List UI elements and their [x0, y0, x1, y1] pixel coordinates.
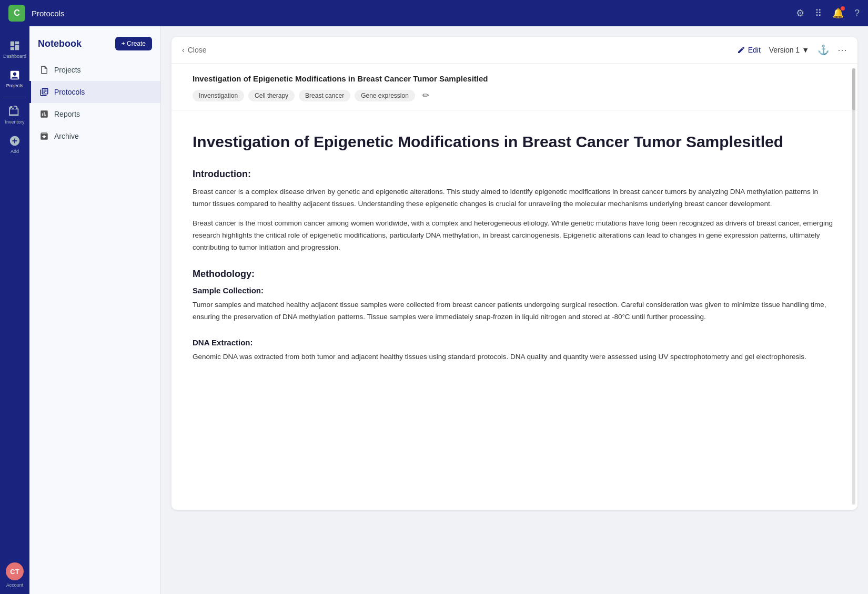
- toolbar-right: Edit Version 1 ▼ ⚓ ⋯: [737, 44, 847, 56]
- doc-toolbar: ‹ Close Edit Version 1 ▼ ⚓ ⋯: [171, 37, 857, 64]
- nav-item-reports[interactable]: Reports: [29, 103, 160, 125]
- version-label: Version 1: [769, 46, 800, 54]
- left-sidebar: Dashboard Projects Inventory Add CT Acco…: [0, 26, 29, 594]
- version-selector[interactable]: Version 1 ▼: [769, 46, 809, 54]
- tag-gene-expression[interactable]: Gene expression: [355, 90, 415, 101]
- edit-label: Edit: [748, 46, 761, 54]
- sidebar-item-inventory[interactable]: Inventory: [0, 100, 29, 130]
- tag-edit-icon[interactable]: ✏: [419, 89, 432, 101]
- chevron-down-icon: ▼: [802, 46, 809, 54]
- notebook-header: Notebook + Create: [29, 37, 160, 59]
- help-icon[interactable]: ?: [854, 8, 860, 19]
- create-button[interactable]: + Create: [115, 37, 152, 50]
- sidebar-label-inventory: Inventory: [5, 119, 24, 125]
- nav-protocols-label: Protocols: [54, 88, 85, 96]
- subsection-sample-collection: Sample Collection: Tumor samples and mat…: [193, 286, 836, 323]
- gear-icon[interactable]: ⚙: [796, 7, 804, 19]
- close-button[interactable]: ‹ Close: [182, 46, 206, 54]
- doc-header: Investigation of Epigenetic Modification…: [171, 64, 857, 110]
- tag-breast-cancer[interactable]: Breast cancer: [299, 90, 350, 101]
- notebook-title: Notebook: [38, 38, 82, 49]
- sidebar-label-dashboard: Dashboard: [3, 54, 26, 59]
- grid-icon[interactable]: ⠿: [815, 7, 822, 19]
- sidebar-divider: [3, 97, 27, 97]
- sample-collection-paragraph: Tumor samples and matched healthy adjace…: [193, 299, 836, 323]
- document-card: ‹ Close Edit Version 1 ▼ ⚓ ⋯ Investigati…: [171, 37, 857, 510]
- app-logo[interactable]: C: [8, 5, 25, 22]
- account-avatar[interactable]: CT: [6, 562, 24, 580]
- nav-archive-label: Archive: [54, 132, 79, 140]
- intro-paragraph-2: Breast cancer is the most common cancer …: [193, 218, 836, 254]
- topbar: C Protocols ⚙ ⠿ 🔔 ?: [0, 0, 868, 26]
- dna-extraction-title: DNA Extraction:: [193, 338, 836, 347]
- intro-paragraph-1: Breast cancer is a complex disease drive…: [193, 186, 836, 210]
- bookmark-icon[interactable]: ⚓: [817, 44, 829, 56]
- topbar-left: C Protocols: [8, 5, 65, 22]
- sample-collection-title: Sample Collection:: [193, 286, 836, 295]
- dna-extraction-paragraph: Genomic DNA was extracted from both tumo…: [193, 351, 836, 363]
- scroll-thumb[interactable]: [852, 68, 855, 110]
- nav-reports-label: Reports: [54, 110, 80, 118]
- more-options-icon[interactable]: ⋯: [837, 44, 847, 56]
- doc-body: Investigation of Epigenetic Modification…: [171, 110, 857, 399]
- account-label: Account: [6, 582, 24, 588]
- nav-projects-label: Projects: [54, 66, 81, 74]
- chevron-left-icon: ‹: [182, 46, 185, 54]
- app-title: Protocols: [32, 9, 65, 18]
- sidebar-label-add: Add: [11, 149, 19, 154]
- edit-button[interactable]: Edit: [737, 46, 761, 54]
- sidebar-item-projects[interactable]: Projects: [0, 64, 29, 94]
- doc-header-title: Investigation of Epigenetic Modification…: [193, 74, 836, 83]
- topbar-right: ⚙ ⠿ 🔔 ?: [796, 7, 860, 19]
- nav-item-archive[interactable]: Archive: [29, 125, 160, 147]
- sidebar-item-add[interactable]: Add: [0, 130, 29, 159]
- sidebar-label-projects: Projects: [6, 83, 24, 88]
- section-methodology: Methodology: Sample Collection: Tumor sa…: [193, 269, 836, 363]
- sidebar-item-dashboard[interactable]: Dashboard: [0, 35, 29, 64]
- tags-container: Invenstigation Cell therapy Breast cance…: [193, 89, 836, 101]
- sidebar-bottom: CT Account: [6, 562, 24, 588]
- close-label: Close: [188, 46, 207, 54]
- nav-item-projects[interactable]: Projects: [29, 59, 160, 81]
- doc-main-title: Investigation of Epigenetic Modification…: [193, 131, 836, 152]
- notification-dot: [841, 6, 845, 11]
- notification-icon[interactable]: 🔔: [832, 7, 844, 19]
- methodology-title: Methodology:: [193, 269, 836, 280]
- tag-investigation[interactable]: Invenstigation: [193, 90, 244, 101]
- tag-cell-therapy[interactable]: Cell therapy: [248, 90, 295, 101]
- section-introduction: Introduction: Breast cancer is a complex…: [193, 169, 836, 254]
- subsection-dna-extraction: DNA Extraction: Genomic DNA was extracte…: [193, 338, 836, 363]
- nav-item-protocols[interactable]: Protocols: [29, 81, 160, 103]
- scroll-track: [852, 68, 855, 505]
- main-content: ‹ Close Edit Version 1 ▼ ⚓ ⋯ Investigati…: [161, 26, 868, 594]
- notebook-panel: Notebook + Create Projects Protocols Rep…: [29, 26, 161, 594]
- introduction-title: Introduction:: [193, 169, 836, 180]
